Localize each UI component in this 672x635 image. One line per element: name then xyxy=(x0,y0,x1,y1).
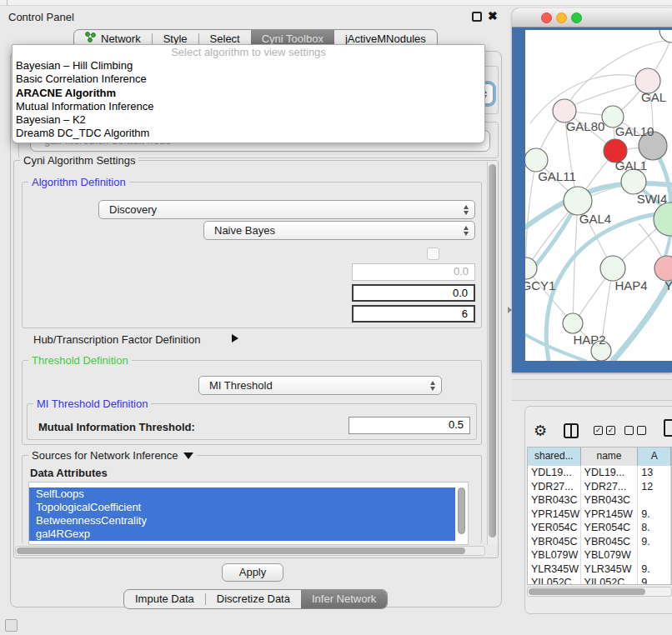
data-attribute-item[interactable]: BetweennessCentrality xyxy=(29,514,455,528)
table-row[interactable]: YLR345WYLR345W9. xyxy=(528,562,671,577)
column-header[interactable]: A xyxy=(638,448,671,466)
network-canvas[interactable]: GAL80 GAL10 GAL1 GAL11 SWI4 GAL4 GCY1 HA… xyxy=(525,30,672,361)
table-cell: YPR145W xyxy=(581,508,639,522)
table-cell: YLR345W xyxy=(581,562,639,577)
mi-type-combobox[interactable]: Naive Bayes xyxy=(203,221,475,240)
table-panel-titlebar xyxy=(512,379,672,401)
bottom-tabbar: Impute Data Discretize Data Infer Networ… xyxy=(123,589,388,609)
combo-spinner-icon xyxy=(464,226,469,236)
table-cell: YBL079W xyxy=(581,548,639,562)
table-row[interactable]: YBR045CYBR045C9. xyxy=(528,535,671,549)
aracne-mode-value: Discovery xyxy=(109,201,157,218)
table-cell xyxy=(638,548,671,562)
node-label-gal80: GAL80 xyxy=(566,119,605,133)
mi-threshold-label: Mutual Information Threshold: xyxy=(38,421,195,433)
dpi-tolerance-field[interactable]: 0.0 xyxy=(352,284,475,302)
algorithm-option[interactable]: Bayesian – Hill Climbing xyxy=(13,59,484,72)
data-attribute-item[interactable]: TopologicalCoefficient xyxy=(29,501,455,514)
window-minimize-icon[interactable] xyxy=(556,12,567,23)
table-row[interactable]: YIL052CYIL052C9 xyxy=(528,576,671,585)
kernel-width-field[interactable]: 0.0 xyxy=(352,263,475,281)
table-horizontal-scrollbar-thumb[interactable] xyxy=(529,588,645,595)
sources-group-title: Sources for Network Inference xyxy=(28,449,197,462)
data-attribute-item[interactable]: SelfLoops xyxy=(29,488,455,501)
network-node-unlabeled[interactable] xyxy=(659,30,672,42)
tab-impute-data[interactable]: Impute Data xyxy=(124,590,205,608)
table-cell: YDL19... xyxy=(528,466,581,480)
data-attribute-item[interactable]: gal4RGexp xyxy=(29,528,455,541)
table-cell: YER054C xyxy=(528,521,581,535)
table-cell: YPR145W xyxy=(528,508,581,522)
table-cell: YBL079W xyxy=(528,548,581,562)
table-row[interactable]: YPR145WYPR145W9. xyxy=(528,508,671,522)
algorithm-option[interactable]: Basic Correlation Inference xyxy=(13,72,484,86)
columns-icon[interactable] xyxy=(564,423,579,438)
check-icon: ✓ xyxy=(594,426,603,435)
algorithm-option[interactable]: ARACNE Algorithm xyxy=(13,87,484,100)
apply-button[interactable]: Apply xyxy=(222,563,283,582)
network-node-hap2[interactable] xyxy=(563,313,583,333)
mi-steps-field[interactable]: 6 xyxy=(352,305,475,322)
settings-horizontal-scrollbar-thumb[interactable] xyxy=(17,548,465,554)
network-node-hap4[interactable] xyxy=(600,256,625,281)
list-scrollbar[interactable] xyxy=(457,488,466,539)
which-threshold-combobox[interactable]: MI Threshold xyxy=(198,376,442,395)
gear-icon[interactable]: ⚙ xyxy=(534,422,547,440)
tab-infer-network-label: Infer Network xyxy=(312,590,376,608)
table-row[interactable]: YBL079WYBL079W xyxy=(528,548,671,562)
checked-checkboxes-icon[interactable]: ✓ ✓ xyxy=(594,426,615,435)
manual-kernel-checkbox[interactable] xyxy=(427,248,439,260)
window-zoom-icon[interactable] xyxy=(571,12,582,23)
table-row[interactable]: YBR043CYBR043C xyxy=(528,493,671,508)
dock-panel-icon[interactable] xyxy=(5,619,18,632)
node-label-hap4: HAP4 xyxy=(614,278,647,292)
table-cell: YDL19... xyxy=(581,466,639,480)
unchecked-checkboxes-icon[interactable] xyxy=(624,426,646,435)
tab-discretize-data[interactable]: Discretize Data xyxy=(206,590,301,608)
mi-threshold-field[interactable]: 0.5 xyxy=(349,417,470,434)
close-panel-icon[interactable]: ✖ xyxy=(488,9,498,22)
algorithm-option[interactable]: Dream8 DC_TDC Algorithm xyxy=(13,127,484,140)
collapse-arrow-icon[interactable] xyxy=(183,452,193,459)
network-graph: GAL80 GAL10 GAL1 GAL11 SWI4 GAL4 GCY1 HA… xyxy=(525,30,672,361)
tab-infer-network[interactable]: Infer Network xyxy=(301,590,387,608)
node-label-gcy1: GCY1 xyxy=(525,278,555,292)
table-header-row: shared...nameA xyxy=(528,448,671,466)
window-top-strip xyxy=(0,0,672,6)
data-attributes-items: SelfLoopsTopologicalCoefficientBetweenne… xyxy=(29,488,468,541)
table-cell: YER054C xyxy=(581,521,639,535)
list-scrollbar-thumb[interactable] xyxy=(458,488,465,534)
network-node-gal11[interactable] xyxy=(525,148,548,172)
node-label-hap2: HAP2 xyxy=(573,332,605,347)
node-label-swi4: SWI4 xyxy=(637,192,668,206)
node-label-gal4: GAL4 xyxy=(579,212,611,226)
network-node-swi4[interactable] xyxy=(621,169,646,194)
settings-vertical-scrollbar-thumb[interactable] xyxy=(489,164,496,538)
table-row[interactable]: YDR27...YDR27...12 xyxy=(528,480,671,494)
table-row[interactable]: YER054CYER054C8. xyxy=(528,521,671,535)
table-cell: 9. xyxy=(638,562,671,577)
column-header[interactable]: shared... xyxy=(528,448,581,466)
aracne-mode-combobox[interactable]: Discovery xyxy=(98,200,475,219)
node-label-gal10: GAL10 xyxy=(615,124,654,138)
popup-placeholder: Select algorithm to view settings xyxy=(13,45,484,59)
table-row[interactable]: YDL19...YDL19...13 xyxy=(528,466,671,480)
network-node-gcy1[interactable] xyxy=(525,258,537,279)
network-node-pink[interactable] xyxy=(654,256,672,281)
hub-definition-label: Hub/Transcription Factor Definition xyxy=(33,333,200,346)
network-node-gal4[interactable] xyxy=(564,187,592,215)
algorithm-option[interactable]: Mutual Information Inference xyxy=(13,100,484,113)
table-cell: YBR045C xyxy=(528,535,581,549)
data-attributes-listbox[interactable]: SelfLoopsTopologicalCoefficientBetweenne… xyxy=(28,482,469,545)
page-icon[interactable] xyxy=(664,419,672,437)
column-header[interactable]: name xyxy=(581,448,639,466)
network-node-large-green[interactable] xyxy=(654,202,672,236)
algorithm-option[interactable]: Bayesian – K2 xyxy=(13,113,484,127)
expand-arrow-icon[interactable] xyxy=(232,334,238,342)
table-cell: 9. xyxy=(638,535,671,549)
algorithm-dropdown-popup: Select algorithm to view settings Bayesi… xyxy=(12,44,485,143)
network-window-titlebar[interactable] xyxy=(512,8,672,28)
window-close-icon[interactable] xyxy=(541,12,552,23)
control-panel-title: Control Panel xyxy=(8,11,74,23)
float-panel-icon[interactable] xyxy=(472,12,482,22)
